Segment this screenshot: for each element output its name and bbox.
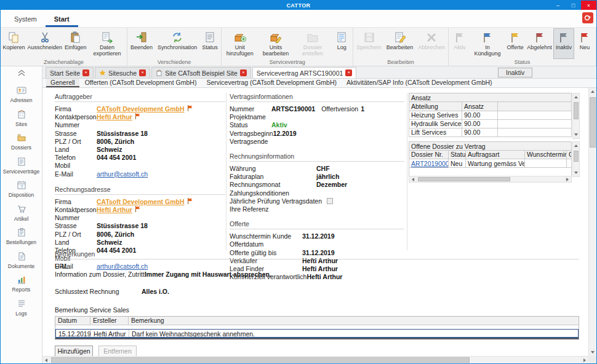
- units-bearbeiten-button[interactable]: Units bearbeiten: [257, 28, 294, 59]
- status-in-kuendigung-button[interactable]: In Kündigung: [470, 28, 505, 59]
- subtab-generell[interactable]: Generell: [46, 79, 79, 87]
- minimize-button[interactable]: –: [550, 1, 566, 10]
- status-aktiv-button[interactable]: Aktiv: [449, 28, 470, 59]
- table-row[interactable]: ART20190003 Neu Wartung gemäss Vertrag: [409, 159, 572, 168]
- table-row[interactable]: Lift Services 90.00: [409, 128, 572, 136]
- sidebar-collapse-button[interactable]: [17, 69, 26, 77]
- scroll-right-arrow[interactable]: [564, 176, 571, 182]
- speichern-button[interactable]: Speichern: [354, 28, 384, 59]
- sidebar-item-dokumente[interactable]: Dokumente: [1, 250, 42, 271]
- sidebar-item-sites[interactable]: Sites: [1, 108, 42, 129]
- dossier-horizontal-scrollbar[interactable]: [409, 176, 572, 183]
- tab-sitesuche[interactable]: Sitesuche ×: [95, 67, 150, 78]
- sidebar-item-servicevertraege[interactable]: Serviceverträge: [1, 155, 42, 176]
- scroll-left-arrow[interactable]: [409, 176, 417, 182]
- einfuegen-button[interactable]: Einfügen: [63, 28, 88, 59]
- tab-start-seite[interactable]: Start Seite ×: [46, 67, 94, 78]
- column-header[interactable]: Status: [449, 151, 466, 159]
- scroll-left-arrow[interactable]: [42, 357, 50, 363]
- main-horizontal-scrollbar[interactable]: [42, 356, 588, 363]
- tab-site-catsoft[interactable]: Site CATsoft Beispiel Site ×: [151, 67, 251, 78]
- field-row: NummerARTSC190001Offertversion1: [230, 105, 404, 113]
- scroll-down-arrow[interactable]: [589, 349, 596, 356]
- daten-exportieren-button[interactable]: Daten exportieren: [88, 28, 126, 59]
- column-header[interactable]: Datum: [55, 317, 90, 325]
- column-header[interactable]: Bemerkung: [129, 317, 579, 325]
- tab-close-icon[interactable]: ×: [139, 69, 146, 76]
- scroll-down-arrow[interactable]: [573, 169, 579, 176]
- beenden-button[interactable]: Beenden: [128, 28, 155, 59]
- company-link[interactable]: CATsoft Development GmbH: [97, 198, 185, 206]
- tab-close-icon[interactable]: ×: [240, 69, 247, 76]
- scroll-up-arrow[interactable]: [573, 142, 579, 149]
- scroll-down-arrow[interactable]: [573, 131, 579, 138]
- status-neu-button[interactable]: Neu: [574, 28, 595, 59]
- subtab-offerten[interactable]: Offerten (CATsoft Development GmbH): [81, 79, 201, 87]
- dossier-number-link[interactable]: ART20190003: [409, 159, 449, 168]
- status-cell: Neu: [449, 159, 466, 168]
- scroll-thumb[interactable]: [574, 102, 579, 119]
- tab-servicevertrag[interactable]: Servicevertrag ARTSC190001 ×: [252, 67, 356, 78]
- scroll-up-arrow[interactable]: [573, 93, 579, 101]
- zutritt-value: Immer Zugang mit Hauswart absprechen.: [145, 271, 271, 279]
- scroll-up-arrow[interactable]: [589, 88, 596, 95]
- unit-hinzufuegen-button[interactable]: Unit hinzufügen: [222, 28, 257, 59]
- status-offerte-button[interactable]: Offerte: [505, 28, 526, 59]
- log-button[interactable]: Log: [331, 28, 352, 59]
- status-abgelehnt-button[interactable]: Abgelehnt: [526, 28, 553, 59]
- subtab-aktivitaeten[interactable]: Aktivitäten/SAP Info (CATsoft Developmen…: [342, 79, 497, 87]
- scroll-thumb[interactable]: [51, 357, 470, 363]
- button-label: Unit hinzufügen: [225, 45, 255, 57]
- bearbeiten-button[interactable]: Bearbeiten: [384, 28, 416, 59]
- log-lines-icon: [17, 299, 26, 309]
- table-row[interactable]: Hydraulik Services 90.00: [409, 119, 572, 128]
- synchronisation-button[interactable]: Synchronisation: [155, 28, 199, 59]
- column-header[interactable]: Abteilung: [409, 102, 462, 111]
- hinzufuegen-button[interactable]: Hinzufügen: [55, 346, 93, 357]
- close-button[interactable]: ×: [581, 1, 596, 10]
- contact-link[interactable]: Hefti Arthur: [97, 113, 132, 121]
- email-link[interactable]: arthur@catsoft.ch: [97, 170, 148, 178]
- sidebar-item-bestellungen[interactable]: Bestellungen: [1, 226, 42, 247]
- contact-link[interactable]: Hefti Arthur: [97, 206, 132, 214]
- ribbon-group-bearbeiten: Speichern Bearbeiten Abbrechen Bearbeite…: [353, 28, 449, 66]
- table-row[interactable]: 15.12.2019 Hefti Arthur Darf kein Weihna…: [55, 329, 579, 338]
- company-link[interactable]: CATsoft Development GmbH: [97, 105, 185, 113]
- sidebar-item-logs[interactable]: Logs: [1, 297, 42, 318]
- scroll-thumb[interactable]: [590, 97, 596, 148]
- sidebar-item-adressen[interactable]: Adressen: [1, 84, 42, 105]
- column-header[interactable]: Ersteller: [90, 317, 129, 325]
- maximize-button[interactable]: □: [566, 1, 581, 10]
- menu-tab-system[interactable]: System: [6, 12, 46, 27]
- status-inaktiv-button[interactable]: Inaktiv: [553, 28, 574, 59]
- pruefung-checkbox[interactable]: [327, 198, 333, 204]
- scroll-thumb[interactable]: [574, 151, 579, 162]
- column-header[interactable]: Dossier Nr.: [409, 151, 449, 159]
- sidebar-item-artikel[interactable]: Artikel: [1, 202, 42, 223]
- auftragsart-cell: Wartung gemäss Vertrag: [466, 159, 525, 168]
- flag-icon: [534, 31, 546, 44]
- entfernen-button[interactable]: Entfernen: [98, 346, 137, 357]
- ausschneiden-button[interactable]: Ausschneiden: [26, 28, 63, 59]
- dossier-erstellen-button[interactable]: Dossier erstellen: [294, 28, 332, 59]
- ansatz-vertical-scrollbar[interactable]: [572, 93, 580, 139]
- sidebar-item-reports[interactable]: Reports: [1, 273, 42, 294]
- scroll-right-arrow[interactable]: [581, 357, 588, 363]
- column-header[interactable]: G: [567, 151, 572, 159]
- menu-tab-start[interactable]: Start: [46, 12, 78, 27]
- dossier-vertical-scrollbar[interactable]: [572, 141, 580, 177]
- main-vertical-scrollbar[interactable]: [588, 88, 596, 356]
- tab-close-icon[interactable]: ×: [345, 69, 352, 76]
- scroll-thumb[interactable]: [418, 177, 510, 181]
- sidebar-item-dossiers[interactable]: Dossiers: [1, 131, 42, 152]
- abbrechen-button[interactable]: Abbrechen: [415, 28, 447, 59]
- column-header[interactable]: Wunschtermin Kunde: [525, 151, 567, 159]
- column-header[interactable]: Auftragsart: [466, 151, 525, 159]
- sidebar-item-disposition[interactable]: ? Disposition: [1, 178, 42, 199]
- subtab-servicevertrag[interactable]: Servicevertrag (CATsoft Development GmbH…: [202, 79, 341, 87]
- status-button[interactable]: Status: [199, 28, 220, 59]
- column-header[interactable]: Ansatz: [462, 102, 498, 111]
- table-row[interactable]: Heizung Serives 90.00: [409, 111, 572, 119]
- kopieren-button[interactable]: Kopieren: [1, 28, 26, 59]
- tab-close-icon[interactable]: ×: [82, 69, 89, 76]
